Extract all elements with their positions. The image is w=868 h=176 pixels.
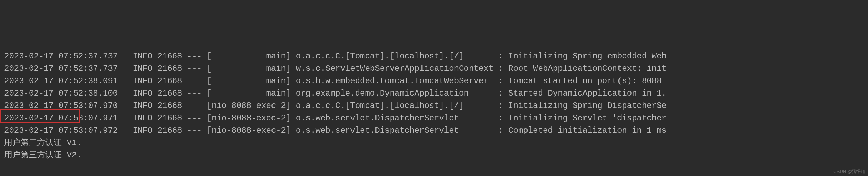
log-timestamp: 2023-02-17 07:53:07.971 [4,113,118,123]
log-sep: --- [187,52,202,61]
log-line: 2023-02-17 07:52:38.100 INFO 21668 --- [… [4,87,864,100]
log-line: 2023-02-17 07:52:37.737 INFO 21668 --- [… [4,50,864,63]
log-line: 2023-02-17 07:52:37.737 INFO 21668 --- [… [4,63,864,75]
log-line: 2023-02-17 07:53:07.970 INFO 21668 --- [… [4,100,864,112]
log-logger: o.s.web.servlet.DispatcherServlet [296,113,494,123]
log-timestamp: 2023-02-17 07:52:37.737 [4,52,118,61]
log-timestamp: 2023-02-17 07:52:38.100 [4,89,118,98]
log-message: : Started DynamicApplication in 1. [498,89,667,98]
log-thread: [nio-8088-exec-2] [207,101,291,110]
log-sep: --- [187,101,202,110]
log-thread: [nio-8088-exec-2] [207,126,291,135]
log-message: : Initializing Servlet 'dispatcher [498,113,667,123]
log-pid: 21668 [158,113,182,123]
log-sep: --- [187,64,202,73]
log-pid: 21668 [158,64,182,73]
log-level: INFO [132,101,152,110]
log-sep: --- [187,126,202,135]
log-logger: w.s.c.ServletWebServerApplicationContext [296,64,494,73]
log-logger: o.s.web.servlet.DispatcherServlet [296,126,494,135]
log-pid: 21668 [158,101,182,110]
log-level: INFO [132,126,152,135]
output-line: 用户第三方认证 V2. [4,149,864,162]
log-logger: o.s.b.w.embedded.tomcat.TomcatWebServer [296,76,494,86]
log-thread: [ main] [207,89,291,98]
log-level: INFO [132,89,152,98]
watermark-text: CSDN @猪悟道 [833,168,865,175]
log-logger: o.a.c.c.C.[Tomcat].[localhost].[/] [296,52,494,61]
log-line: 2023-02-17 07:53:07.972 INFO 21668 --- [… [4,124,864,137]
log-line: 2023-02-17 07:52:38.091 INFO 21668 --- [… [4,75,864,87]
console-output: 2023-02-17 07:52:37.737 INFO 21668 --- [… [4,50,864,162]
log-message: : Initializing Spring DispatcherSe [498,101,667,110]
log-thread: [ main] [207,76,291,86]
log-thread: [ main] [207,52,291,61]
log-timestamp: 2023-02-17 07:52:37.737 [4,64,118,73]
log-thread: [nio-8088-exec-2] [207,113,291,123]
log-timestamp: 2023-02-17 07:52:38.091 [4,76,118,86]
log-pid: 21668 [158,89,182,98]
log-timestamp: 2023-02-17 07:53:07.970 [4,101,118,110]
log-level: INFO [132,76,152,86]
log-line: 2023-02-17 07:53:07.971 INFO 21668 --- [… [4,112,864,124]
log-message: : Tomcat started on port(s): 8088 [498,76,667,86]
log-level: INFO [132,113,152,123]
log-sep: --- [187,89,202,98]
log-timestamp: 2023-02-17 07:53:07.972 [4,126,118,135]
log-message: : Initializing Spring embedded Web [498,52,667,61]
log-message: : Root WebApplicationContext: init [498,64,667,73]
log-pid: 21668 [158,76,182,86]
log-pid: 21668 [158,52,182,61]
log-level: INFO [132,52,152,61]
output-line: 用户第三方认证 V1. [4,137,864,149]
log-thread: [ main] [207,64,291,73]
log-pid: 21668 [158,126,182,135]
log-sep: --- [187,113,202,123]
log-logger: o.a.c.c.C.[Tomcat].[localhost].[/] [296,101,494,110]
log-level: INFO [132,64,152,73]
log-message: : Completed initialization in 1 ms [498,126,667,135]
log-sep: --- [187,76,202,86]
log-logger: org.example.demo.DynamicApplication [296,89,494,98]
